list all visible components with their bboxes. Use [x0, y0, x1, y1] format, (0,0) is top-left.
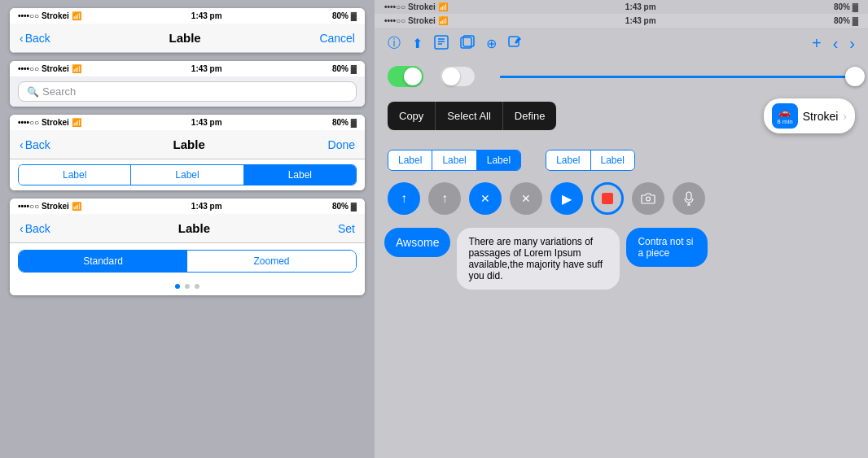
frame-2: ••••○○ Strokei 📶 1:43 pm 80% ▓ 🔍 Search [10, 61, 365, 107]
svg-rect-10 [686, 192, 691, 200]
segment-label-3[interactable]: Label [244, 165, 356, 185]
rp-signal-1: ••••○○ Strokei 📶 [384, 2, 448, 11]
signal-carrier: ••••○○ Strokei 📶 [18, 11, 81, 20]
chat-bubble-gray: There are many variations of passages of… [457, 228, 620, 290]
battery-3: 80% ▓ [332, 118, 357, 127]
share-icon[interactable]: ⬆ [412, 36, 423, 51]
time-3: 1:43 pm [191, 118, 222, 127]
seg1-btn1[interactable]: Label [388, 150, 432, 170]
maps-bubble[interactable]: 🚗 8 min Strokei › [764, 98, 855, 133]
segmented-control-3: Label Label Label [18, 164, 357, 185]
battery-1: 80% ▓ [332, 11, 357, 20]
zoom-bar: Standard Zoomed [10, 243, 365, 279]
svg-point-9 [647, 197, 651, 201]
segment-label-1[interactable]: Label [19, 165, 131, 185]
context-row: Copy Select All Define 🚗 8 min Strokei › [375, 94, 868, 145]
rp-signal-2: ••••○○ Strokei 📶 [384, 16, 448, 25]
page-dots [10, 279, 365, 295]
seg1-btn3[interactable]: Label [477, 150, 520, 170]
record-icon [602, 193, 613, 204]
nav-title-4: Lable [178, 221, 210, 235]
frame-4: ••••○○ Strokei 📶 1:43 pm 80% ▓ ‹ Back La… [10, 198, 365, 295]
btn-record[interactable] [591, 182, 624, 215]
back-button-1[interactable]: ‹ Back [20, 32, 50, 45]
left-panel: ••••○○ Strokei 📶 1:43 pm 80% ▓ ‹ Back La… [0, 0, 375, 458]
add-icon[interactable]: ⊕ [486, 36, 497, 51]
nav-bar-1: ‹ Back Lable Cancel [10, 24, 365, 53]
rp-status-bar-2: ••••○○ Strokei 📶 1:43 pm 80% ▓ [375, 14, 868, 28]
done-button[interactable]: Done [328, 138, 355, 151]
rp-battery-1: 80% ▓ [834, 2, 858, 11]
chat-bubble-right: Contra not si a piece [626, 228, 708, 267]
zoom-zoomed[interactable]: Zoomed [187, 251, 356, 272]
seg2-btn1[interactable]: Label [546, 150, 590, 170]
status-bar-2: ••••○○ Strokei 📶 1:43 pm 80% ▓ [10, 61, 365, 76]
nav-title-3: Lable [173, 137, 205, 151]
action-row: ↑ ↑ ✕ ✕ ▶ [375, 176, 868, 221]
signal-2: ••••○○ Strokei 📶 [18, 64, 81, 73]
ctx-select-all[interactable]: Select All [436, 102, 502, 130]
tabs-icon[interactable] [460, 35, 475, 53]
info-icon[interactable]: ⓘ [388, 35, 401, 52]
toolbar-row: ⓘ ⬆ ⊕ + ‹ › [375, 28, 868, 59]
maps-chevron-icon: › [843, 110, 847, 123]
dot-3 [195, 284, 199, 289]
frame-3: ••••○○ Strokei 📶 1:43 pm 80% ▓ ‹ Back La… [10, 115, 365, 190]
seg1-btn2[interactable]: Label [432, 150, 476, 170]
seg-group-2: Label Label [546, 150, 635, 171]
rp-time-1: 1:43 pm [625, 2, 656, 11]
zoom-segmented: Standard Zoomed [18, 250, 357, 273]
context-menu: Copy Select All Define [388, 102, 556, 130]
zoom-standard[interactable]: Standard [19, 251, 187, 272]
svg-rect-0 [435, 36, 448, 49]
nav-bar-4: ‹ Back Lable Set [10, 214, 365, 243]
chevron-right-icon[interactable]: › [849, 34, 855, 53]
battery-4: 80% ▓ [332, 202, 357, 211]
btn-x-gray[interactable]: ✕ [510, 182, 542, 215]
signal-3: ••••○○ Strokei 📶 [18, 118, 81, 127]
time-4: 1:43 pm [191, 202, 222, 211]
cancel-button[interactable]: Cancel [319, 32, 355, 45]
edit-icon[interactable] [508, 36, 521, 52]
set-button[interactable]: Set [338, 222, 355, 235]
slider-filled [500, 76, 713, 78]
btn-mic[interactable] [673, 182, 705, 215]
toggle-knob-off [442, 68, 460, 85]
toggle-off[interactable] [440, 66, 476, 87]
search-placeholder: Search [42, 85, 76, 98]
rp-time-2: 1:43 pm [625, 16, 656, 25]
car-icon: 🚗 [778, 107, 791, 118]
seg2-btn2[interactable]: Label [591, 150, 634, 170]
back-button-4[interactable]: ‹ Back [20, 222, 50, 235]
dot-2 [185, 284, 190, 289]
slider-thumb[interactable] [845, 67, 865, 86]
search-bar[interactable]: 🔍 Search [18, 81, 357, 102]
status-bar-1: ••••○○ Strokei 📶 1:43 pm 80% ▓ [10, 8, 365, 24]
chat-bubble-awsome: Awsome [384, 228, 450, 257]
plus-icon[interactable]: + [812, 34, 822, 53]
ctx-copy[interactable]: Copy [388, 102, 436, 130]
time-1: 1:43 pm [191, 11, 222, 20]
ctx-define[interactable]: Define [503, 102, 557, 130]
frame-1: ••••○○ Strokei 📶 1:43 pm 80% ▓ ‹ Back La… [10, 8, 365, 53]
btn-play[interactable]: ▶ [550, 182, 583, 215]
bookmarks-icon[interactable] [434, 35, 449, 53]
toggle-row [375, 59, 868, 94]
back-button-3[interactable]: ‹ Back [20, 138, 50, 151]
btn-up-gray[interactable]: ↑ [428, 182, 461, 215]
nav-bar-3: ‹ Back Lable Done [10, 130, 365, 159]
toggle-on[interactable] [388, 66, 423, 87]
dot-1 [175, 284, 180, 289]
search-icon: 🔍 [27, 86, 39, 98]
nav-title-1: Lable [169, 31, 201, 45]
chevron-left-icon[interactable]: ‹ [833, 34, 839, 53]
segment-label-2[interactable]: Label [131, 165, 243, 185]
segment-bar-3: Label Label Label [10, 159, 365, 190]
slider[interactable] [500, 76, 855, 78]
btn-x-blue[interactable]: ✕ [469, 182, 502, 215]
rp-status-bar-1: ••••○○ Strokei 📶 1:43 pm 80% ▓ [375, 0, 868, 14]
seg-group-1: Label Label Label [388, 150, 521, 171]
btn-up-blue[interactable]: ↑ [388, 182, 420, 215]
maps-label: Strokei [803, 110, 839, 123]
btn-camera[interactable] [632, 182, 664, 215]
